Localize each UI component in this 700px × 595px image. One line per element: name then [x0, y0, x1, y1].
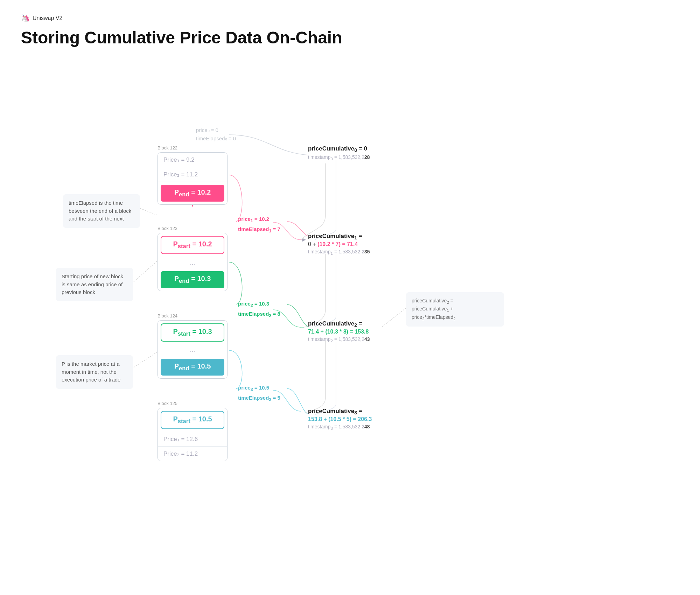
cumul-block-3: priceCumulative3 = 153.8 + (10.5 * 5) = …	[308, 408, 372, 430]
annotation-marketprice: P is the market price at a moment in tim…	[56, 355, 133, 389]
ann1-line	[21, 68, 679, 558]
between-label-3: price3 = 10.5 timeElapsed3 = 5	[238, 383, 280, 404]
between-label-1: price1 = 10.2 timeElapsed1 = 7	[238, 215, 280, 235]
cumul2-side-box: priceCumulative2 = priceCumulative1 + pr…	[406, 292, 504, 327]
ghost-label-time0: timeElapsed₀ = 0	[196, 135, 236, 142]
block124-dots: ...	[158, 344, 227, 356]
block125-row3: Price₂ = 11.2	[158, 447, 227, 461]
block123-dots: ...	[158, 257, 227, 268]
block123-pend: Pend = 10.3	[161, 271, 224, 288]
cumul1-timestamp: timestamp1 = 1,583,532,235	[308, 249, 370, 255]
cumul2-timestamp: timestamp2 = 1,583,532,243	[308, 336, 370, 343]
cumul3-formula: 153.8 + (10.5 * 5) = 206.3	[308, 416, 372, 422]
block125-row2: Price₁ = 12.6	[158, 432, 227, 447]
cumul0-title: priceCumulative0 = 0	[308, 145, 370, 153]
flow-lines	[21, 68, 679, 558]
diagram-container: price₀ = 0 timeElapsed₀ = 0 Block 122 Pr…	[21, 68, 679, 558]
svg-line-10	[134, 352, 158, 368]
block124-pend: Pend = 10.5	[161, 359, 224, 376]
cumul2-formula: 71.4 + (10.3 * 8) = 153.8	[308, 329, 370, 335]
svg-line-8	[140, 208, 158, 215]
cumul1-title: priceCumulative1 =	[308, 233, 370, 240]
block122-row2: Price₂ = 11.2	[158, 167, 227, 182]
ann2-line	[21, 68, 679, 558]
cumul3-timestamp: timestamp3 = 1,583,532,248	[308, 424, 372, 430]
block-label-122: Block 122	[158, 145, 177, 150]
cumul1-formula: 0 + (10.2 * 7) = 71.4	[308, 241, 370, 247]
svg-line-11	[382, 308, 406, 327]
block-label-125: Block 125	[158, 401, 177, 406]
svg-line-9	[134, 261, 158, 282]
cumul-block-0: priceCumulative0 = 0 timestamp0 = 1,583,…	[308, 145, 370, 161]
cumul-block-2: priceCumulative2 = 71.4 + (10.3 * 8) = 1…	[308, 320, 370, 343]
cumul0-timestamp: timestamp0 = 1,583,532,228	[308, 154, 370, 161]
brand-icon: 🦄	[21, 14, 30, 22]
ann3-line	[21, 68, 679, 558]
block-124: Pstart = 10.3 ... Pend = 10.5	[158, 320, 227, 379]
annotation-startprice: Starting price of new block is same as e…	[56, 268, 133, 301]
block-label-124: Block 124	[158, 313, 177, 318]
between-label-2: price2 = 10.3 timeElapsed2 = 8	[238, 299, 280, 320]
block-label-123: Block 123	[158, 226, 177, 231]
block123-pstart: Pstart = 10.2	[161, 236, 224, 254]
cumul2-title: priceCumulative2 =	[308, 320, 370, 328]
header-brand: 🦄 Uniswap V2	[21, 14, 679, 22]
cumul2-side-line	[21, 68, 679, 558]
block-125: Pstart = 10.5 Price₁ = 12.6 Price₂ = 11.…	[158, 408, 227, 461]
block122-row1: Price₁ = 9.2	[158, 153, 227, 167]
block122-pend: Pend = 10.2	[161, 185, 224, 202]
brand-name: Uniswap V2	[33, 15, 62, 21]
block125-pstart: Pstart = 10.5	[161, 411, 224, 429]
block-123: Pstart = 10.2 ... Pend = 10.3	[158, 233, 227, 291]
block124-pstart: Pstart = 10.3	[161, 323, 224, 342]
arrows-svg	[21, 68, 679, 558]
annotation-timeelapsed: timeElapsed is the time between the end …	[63, 194, 140, 228]
ghost-label-price0: price₀ = 0	[196, 127, 218, 133]
block-122: Price₁ = 9.2 Price₂ = 11.2 Pend = 10.2	[158, 152, 227, 205]
cumul3-title: priceCumulative3 =	[308, 408, 372, 415]
page-title: Storing Cumulative Price Data On-Chain	[21, 28, 679, 47]
cumul-block-1: priceCumulative1 = 0 + (10.2 * 7) = 71.4…	[308, 233, 370, 255]
